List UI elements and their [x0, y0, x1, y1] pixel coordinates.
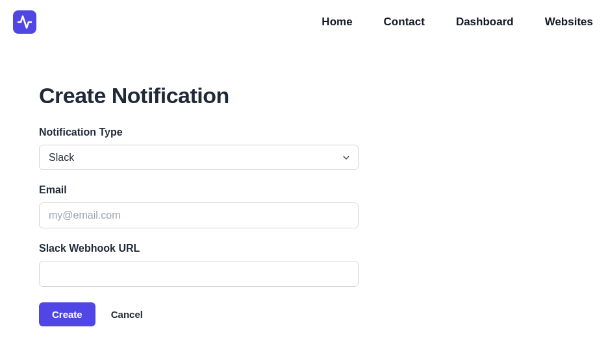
nav-contact[interactable]: Contact	[384, 16, 425, 29]
email-input[interactable]	[39, 202, 359, 228]
notification-type-select[interactable]: Slack	[39, 145, 359, 170]
nav-dashboard[interactable]: Dashboard	[456, 16, 514, 29]
slack-webhook-label: Slack Webhook URL	[39, 243, 364, 254]
create-button[interactable]: Create	[39, 302, 95, 326]
slack-webhook-group: Slack Webhook URL	[39, 243, 364, 287]
slack-webhook-input[interactable]	[39, 261, 359, 287]
nav-home[interactable]: Home	[322, 16, 352, 29]
email-label: Email	[39, 184, 364, 196]
notification-type-group: Notification Type Slack	[39, 127, 364, 170]
main-nav: Home Contact Dashboard Websites	[322, 16, 593, 29]
button-row: Create Cancel	[39, 302, 364, 326]
main-content: Create Notification Notification Type Sl…	[0, 44, 403, 364]
nav-websites[interactable]: Websites	[545, 16, 593, 29]
notification-type-label: Notification Type	[39, 127, 364, 138]
page-title: Create Notification	[39, 83, 364, 108]
header: Home Contact Dashboard Websites	[0, 0, 606, 44]
logo[interactable]	[13, 10, 36, 34]
activity-icon	[17, 14, 32, 30]
email-group: Email	[39, 184, 364, 228]
cancel-button[interactable]: Cancel	[111, 309, 143, 320]
